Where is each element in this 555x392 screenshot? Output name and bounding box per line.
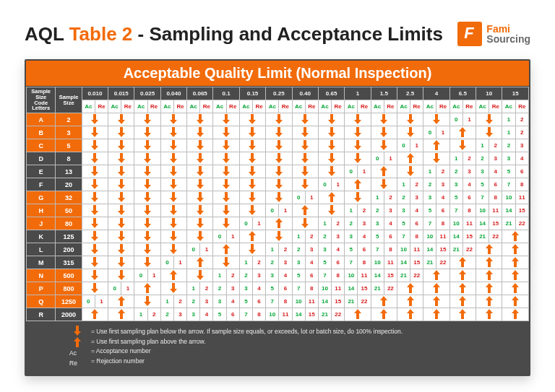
ac-value: 5 <box>449 191 462 204</box>
arrow-down-icon <box>239 191 265 204</box>
ac-value: 3 <box>266 269 279 282</box>
row-letter: E <box>27 165 56 178</box>
header-re: Re <box>384 100 397 113</box>
arrow-up-icon <box>502 295 529 308</box>
arrow-down-icon <box>187 165 213 178</box>
ac-value: 14 <box>371 269 384 282</box>
ac-value: 5 <box>397 217 410 230</box>
ac-value: 3 <box>449 178 462 191</box>
ac-value: 21 <box>318 308 331 321</box>
ac-value: 0 <box>82 295 95 308</box>
ac-value: 14 <box>292 308 305 321</box>
arrow-down-icon <box>213 191 239 204</box>
re-value: 6 <box>226 308 239 321</box>
arrow-up-icon <box>345 178 371 191</box>
title-orange: Table 2 <box>69 23 133 45</box>
ac-value: 0 <box>239 217 252 230</box>
re-value: 3 <box>358 217 371 230</box>
arrow-up-icon <box>449 256 476 269</box>
arrow-down-icon <box>213 178 239 191</box>
arrow-down-icon <box>213 113 239 126</box>
header-re: Re <box>121 100 134 113</box>
re-value: 2 <box>305 230 318 243</box>
re-value: 6 <box>279 282 292 295</box>
arrow-down-icon <box>266 152 292 165</box>
header-aql-0: 0.010 <box>82 87 108 100</box>
arrow-down-icon <box>187 230 213 243</box>
ac-value: 5 <box>318 256 331 269</box>
title-prefix: AQL <box>25 23 69 45</box>
ac-value: 14 <box>449 230 462 243</box>
re-value: 15 <box>305 308 318 321</box>
table-row: E130112233456 <box>27 165 529 178</box>
arrow-up-icon <box>423 308 449 321</box>
arrow-up-icon <box>476 308 502 321</box>
re-value: 15 <box>515 204 528 217</box>
arrow-down-icon <box>187 269 213 282</box>
re-value: 2 <box>147 308 160 321</box>
ac-value: 2 <box>502 139 515 152</box>
ac-value: 7 <box>476 191 489 204</box>
re-value: 8 <box>515 178 528 191</box>
row-size: 20 <box>56 178 82 191</box>
legend: Ac Re = Use first sampling plan below th… <box>26 321 529 375</box>
re-value: 22 <box>410 269 423 282</box>
header-aql-12: 2.5 <box>397 87 423 100</box>
arrow-up-icon <box>108 308 134 321</box>
arrow-up-icon <box>397 282 423 295</box>
arrow-down-icon <box>345 126 371 139</box>
legend-up-text: = Use first sampling plan above the arro… <box>91 337 522 347</box>
re-value: 11 <box>305 295 318 308</box>
re-value: 8 <box>410 230 423 243</box>
arrow-up-icon <box>449 269 476 282</box>
arrow-up-icon <box>266 217 292 230</box>
header-re: Re <box>436 100 449 113</box>
header-aql-14: 6.5 <box>449 87 476 100</box>
arrow-down-icon <box>318 152 344 165</box>
ac-value: 10 <box>397 243 410 256</box>
arrow-up-icon <box>449 295 476 308</box>
arrow-down-icon <box>108 243 134 256</box>
arrow-down-icon <box>187 217 213 230</box>
arrow-down-icon <box>397 113 423 126</box>
ac-value: 21 <box>345 295 358 308</box>
arrow-down-icon <box>318 113 344 126</box>
header-ac: Ac <box>397 100 410 113</box>
arrow-down-icon <box>108 178 134 191</box>
arrow-down-icon <box>108 139 134 152</box>
re-value: 6 <box>489 178 502 191</box>
arrow-down-icon <box>292 217 318 230</box>
page-title: AQL Table 2 - Sampling and Acceptance Li… <box>25 23 443 45</box>
arrow-up-icon <box>371 308 397 321</box>
ac-value: 1 <box>239 256 252 269</box>
arrow-down-icon <box>266 165 292 178</box>
header-re: Re <box>332 100 345 113</box>
header-aql-3: 0.040 <box>160 87 186 100</box>
re-value: 4 <box>279 269 292 282</box>
row-size: 50 <box>56 204 82 217</box>
re-value: 15 <box>436 243 449 256</box>
arrow-up-icon <box>371 165 397 178</box>
table-row: N500011223345678101114152122 <box>27 269 529 282</box>
arrow-down-icon <box>108 230 134 243</box>
ac-value: 5 <box>502 165 515 178</box>
re-value: 22 <box>358 295 371 308</box>
re-value: 3 <box>226 282 239 295</box>
re-value: 1 <box>200 243 213 256</box>
arrow-up-icon <box>502 269 529 282</box>
ac-value: 7 <box>502 178 515 191</box>
row-size: 5 <box>56 139 82 152</box>
ac-value: 1 <box>266 243 279 256</box>
arrow-down-icon <box>292 126 318 139</box>
re-value: 6 <box>410 217 423 230</box>
arrow-down-icon <box>187 204 213 217</box>
ac-value: 14 <box>318 295 331 308</box>
re-value: 2 <box>358 204 371 217</box>
re-value: 2 <box>489 139 502 152</box>
arrow-down-icon <box>371 139 397 152</box>
arrow-up-icon <box>423 295 449 308</box>
arrow-down-icon <box>82 282 108 295</box>
row-letter: P <box>27 282 56 295</box>
arrow-up-icon <box>187 256 213 269</box>
ac-value: 14 <box>502 204 515 217</box>
